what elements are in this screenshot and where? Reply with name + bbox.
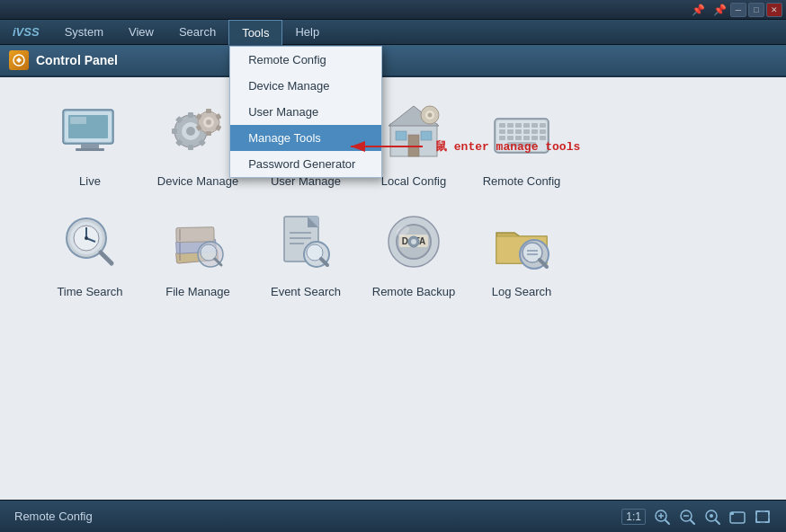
menu-system[interactable]: System (52, 20, 116, 45)
svg-rect-59 (540, 136, 546, 140)
svg-rect-42 (499, 123, 505, 128)
svg-line-102 (665, 520, 669, 524)
panel-header: Control Panel (0, 45, 786, 77)
menu-ivss[interactable]: iVSS (0, 20, 52, 45)
svg-rect-6 (76, 148, 104, 151)
svg-rect-25 (206, 131, 211, 136)
svg-rect-56 (515, 136, 522, 140)
svg-rect-22 (206, 109, 211, 113)
dropdown-remote-config[interactable]: Remote Config (230, 47, 381, 73)
icon-cell-event-search[interactable]: Event Search (252, 206, 360, 298)
svg-rect-46 (531, 123, 538, 128)
svg-rect-112 (730, 512, 734, 515)
svg-rect-11 (188, 112, 193, 118)
panel-icon (9, 50, 29, 70)
file-manage-label: File Manage (165, 285, 230, 298)
remote-backup-icon: DATA (378, 206, 450, 278)
log-search-icon (486, 206, 558, 278)
zoom-label: 1:1 (621, 509, 646, 525)
svg-rect-15 (188, 145, 193, 150)
panel-title: Control Panel (36, 53, 118, 67)
svg-rect-36 (408, 135, 419, 156)
zoom-fit-button[interactable] (703, 508, 721, 526)
svg-point-66 (85, 236, 88, 240)
svg-rect-34 (396, 131, 406, 140)
icon-grid-row2: Time Search Fi (36, 206, 750, 316)
event-search-icon (270, 206, 342, 278)
menubar: iVSS System View Search Tools Remote Con… (0, 20, 786, 45)
icon-cell-live[interactable]: Live (36, 95, 144, 188)
svg-rect-55 (507, 136, 514, 140)
menu-view[interactable]: View (116, 20, 166, 45)
svg-rect-50 (515, 129, 522, 134)
zoom-out-button[interactable] (678, 508, 696, 526)
svg-line-106 (691, 520, 694, 524)
maximize-button[interactable]: □ (748, 3, 764, 17)
svg-rect-57 (523, 136, 530, 140)
svg-rect-51 (523, 129, 530, 134)
svg-rect-35 (421, 131, 432, 140)
remote-config-icon (486, 95, 558, 167)
svg-rect-44 (515, 123, 522, 128)
device-manage-icon (162, 95, 234, 167)
svg-rect-58 (531, 136, 538, 140)
minimize-button[interactable]: ─ (730, 3, 746, 17)
remote-config-label: Remote Config (483, 174, 561, 188)
svg-rect-54 (499, 136, 505, 140)
svg-rect-60 (507, 142, 536, 146)
icon-cell-remote-config[interactable]: Remote Config (468, 95, 576, 188)
status-icons: 1:1 (621, 508, 772, 526)
time-search-label: Time Search (57, 285, 122, 298)
svg-line-67 (101, 253, 112, 263)
svg-rect-7 (70, 117, 86, 124)
dropdown-device-manage[interactable]: Device Manage (230, 73, 381, 99)
time-search-icon (54, 206, 126, 278)
titlebar: 📌 📌 ─ □ ✕ (0, 0, 786, 20)
icon-cell-log-search[interactable]: Log Search (468, 206, 576, 298)
svg-rect-114 (756, 511, 769, 522)
svg-point-39 (428, 113, 433, 118)
file-manage-icon (162, 206, 234, 278)
tools-dropdown-menu: Remote Config Device Manage User Manage … (229, 46, 382, 178)
svg-rect-43 (507, 123, 514, 128)
menu-tools[interactable]: Tools Remote Config Device Manage User M… (228, 20, 282, 45)
icon-cell-time-search[interactable]: Time Search (36, 206, 144, 298)
fullscreen-button[interactable] (754, 508, 772, 526)
remote-backup-label: Remote Backup (372, 285, 456, 298)
svg-rect-17 (172, 129, 177, 134)
zoom-in-button[interactable] (653, 508, 671, 526)
svg-rect-70 (176, 227, 214, 243)
svg-rect-48 (499, 129, 505, 134)
live-label: Live (79, 174, 101, 188)
dropdown-user-manage[interactable]: User Manage (230, 99, 381, 125)
statusbar: Remote Config 1:1 (0, 500, 786, 532)
svg-point-21 (206, 120, 211, 125)
log-search-label: Log Search (492, 285, 552, 298)
close-button[interactable]: ✕ (766, 3, 782, 17)
screenshot-button[interactable] (728, 508, 746, 526)
menu-help[interactable]: Help (282, 20, 332, 45)
status-label: Remote Config (14, 510, 93, 523)
svg-rect-47 (540, 123, 546, 128)
pin-icon[interactable]: 📌 (689, 3, 707, 17)
main-content: Live (0, 77, 786, 500)
svg-rect-45 (523, 123, 530, 128)
svg-line-109 (716, 520, 719, 524)
pin2-icon[interactable]: 📌 (710, 3, 728, 17)
icon-cell-remote-backup[interactable]: DATA Remote Backup (360, 206, 468, 298)
svg-point-110 (710, 514, 713, 518)
menu-search[interactable]: Search (166, 20, 228, 45)
svg-point-10 (186, 127, 195, 136)
dropdown-manage-tools[interactable]: Manage Tools (230, 125, 381, 151)
live-icon (54, 95, 126, 167)
svg-point-92 (411, 239, 416, 244)
dropdown-password-generator[interactable]: Password Generator (230, 151, 381, 177)
svg-rect-5 (81, 144, 99, 148)
local-config-label: Local Config (381, 174, 446, 188)
svg-rect-52 (531, 129, 538, 134)
svg-rect-49 (507, 129, 514, 134)
icon-cell-file-manage[interactable]: File Manage (144, 206, 252, 298)
device-manage-label: Device Manage (157, 174, 238, 188)
local-config-icon (378, 95, 450, 167)
icon-grid-row1: Live (36, 95, 750, 206)
